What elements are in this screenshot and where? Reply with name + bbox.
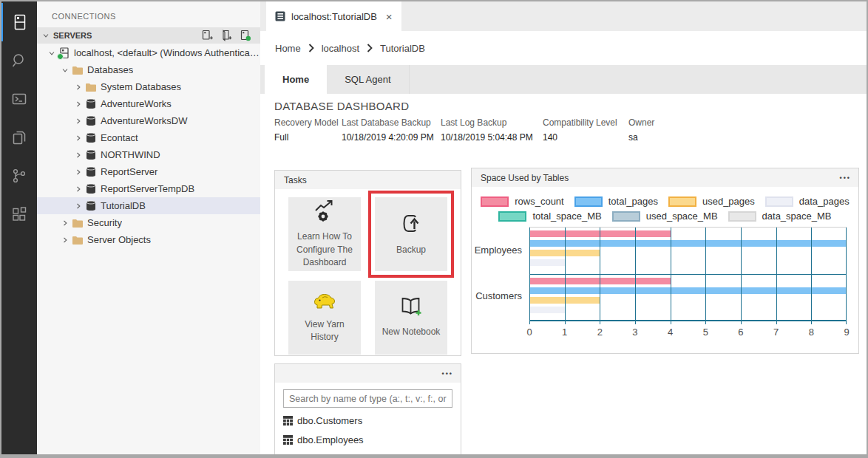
editor-tab-localhost-tutorialdb[interactable]: localhost:TutorialDB × — [266, 1, 401, 31]
notebooks-icon — [10, 129, 28, 146]
tree-item-localhost-default-windows-authentication[interactable]: localhost, <default> (Windows Authentica… — [37, 44, 260, 61]
legend-item-used_pages: used_pages — [668, 196, 755, 207]
chevron-right-icon — [72, 166, 84, 178]
chart-plot-wrap: 0123456789 — [529, 227, 847, 339]
servers-section-header[interactable]: SERVERS — [37, 27, 260, 44]
tree-item-label: Databases — [87, 64, 133, 75]
activity-item-terminal[interactable] — [1, 80, 37, 118]
legend-row: rows_counttotal_pagesused_pagesdata_page… — [475, 196, 855, 207]
tick-mark — [776, 321, 777, 324]
object-name: dbo.Employees — [297, 434, 364, 445]
legend-label: data_pages — [799, 196, 850, 207]
legend-swatch — [668, 196, 696, 207]
database-icon — [84, 149, 98, 161]
activity-item-notebooks[interactable] — [1, 118, 37, 157]
list-item-dbo-customers[interactable]: dbo.Customers — [283, 411, 452, 429]
tick-label: 0 — [526, 327, 532, 338]
tick-label: 9 — [844, 327, 849, 338]
chart-plot — [529, 227, 847, 321]
tree-item-adventureworksdw[interactable]: AdventureWorksDW — [37, 112, 260, 129]
gridline — [741, 228, 742, 320]
tick-label: 5 — [703, 327, 708, 338]
tasks-widget: Tasks Learn How To Configure The Dashboa… — [274, 170, 461, 356]
tree-item-northwind[interactable]: NORTHWIND — [37, 146, 260, 163]
property-label: Last Log Backup — [441, 117, 543, 128]
chevron-right-icon — [59, 217, 71, 229]
legend-item-data_space_MB: data_space_MB — [728, 211, 832, 222]
tree-item-databases[interactable]: Databases — [37, 61, 260, 78]
search-input[interactable] — [283, 389, 452, 408]
tick-label: 3 — [632, 327, 637, 338]
tick-mark — [600, 321, 600, 324]
backup-button[interactable]: Backup — [375, 197, 447, 271]
tasks-widget-title: Tasks — [284, 175, 453, 185]
tick-mark — [565, 321, 566, 324]
more-options-icon[interactable]: ••• — [840, 174, 851, 182]
chart-area: EmployeesCustomers 0123456789 — [472, 222, 858, 339]
breadcrumb-item-home[interactable]: Home — [275, 43, 301, 54]
gridline — [600, 228, 600, 320]
tree-item-reportserver[interactable]: ReportServer — [37, 163, 260, 180]
activity-item-connections[interactable] — [1, 3, 37, 41]
task-button-label: Learn How To Configure The Dashboard — [291, 230, 358, 269]
gridline — [776, 228, 777, 320]
activity-item-search[interactable] — [1, 41, 37, 80]
gridline — [705, 228, 706, 320]
database-icon — [84, 183, 98, 195]
database-icon — [84, 166, 98, 178]
tick-mark — [671, 321, 671, 324]
view-yarn-history-button[interactable]: View Yarn History — [288, 281, 361, 355]
legend-label: rows_count — [515, 196, 563, 207]
gridline — [635, 228, 636, 320]
tree-item-tutorialdb[interactable]: TutorialDB — [37, 197, 260, 214]
tree-item-reportservertempdb[interactable]: ReportServerTempDB — [37, 180, 260, 197]
source-control-icon — [10, 167, 28, 185]
database-icon — [84, 200, 98, 212]
chevron-right-icon — [72, 81, 84, 93]
list-item-dbo-employees[interactable]: dbo.Employees — [283, 431, 452, 448]
tree-item-adventureworks[interactable]: AdventureWorks — [37, 95, 260, 112]
terminal-icon — [10, 90, 28, 108]
tree-item-system-databases[interactable]: System Databases — [37, 78, 260, 95]
new-notebook-button[interactable]: New Notebook — [375, 281, 447, 355]
tick-mark — [741, 321, 742, 324]
learn-how-to-configure-the-dashboard-button[interactable]: Learn How To Configure The Dashboard — [288, 197, 361, 271]
tick-label: 6 — [738, 327, 743, 338]
sidebar-title: CONNECTIONS — [37, 1, 260, 27]
tick-label: 1 — [562, 327, 567, 338]
tree-item-econtact[interactable]: Econtact — [37, 129, 260, 146]
object-list: dbo.Customersdbo.Employees — [283, 410, 452, 448]
activity-item-extensions[interactable] — [1, 195, 37, 233]
more-options-icon[interactable]: ••• — [442, 370, 453, 377]
object-search-widget: ••• dbo.Customersdbo.Employees — [274, 363, 461, 454]
gridline — [565, 228, 566, 320]
connections-sidebar: CONNECTIONS SERVERS localhost, <default>… — [37, 1, 260, 454]
breadcrumb-item-localhost[interactable]: localhost — [322, 43, 359, 54]
chevron-down-icon — [46, 47, 58, 59]
tab-home[interactable]: Home — [265, 65, 327, 94]
chevron-down-icon — [59, 64, 71, 76]
database-icon — [84, 132, 98, 144]
legend-label: total_space_MB — [532, 211, 601, 222]
activity-item-source-control[interactable] — [1, 157, 37, 195]
new-server-group-icon[interactable] — [220, 30, 232, 41]
task-button-label: Backup — [396, 244, 426, 256]
chevron-right-icon — [72, 132, 84, 144]
tree-item-security[interactable]: Security — [37, 214, 260, 231]
object-search-widget-header: ••• — [275, 364, 461, 383]
new-connection-icon[interactable] — [201, 30, 213, 41]
close-icon[interactable]: × — [386, 11, 393, 22]
tick-label: 7 — [773, 327, 779, 338]
table-icon — [283, 416, 293, 425]
configure-dashboard-icon — [312, 199, 337, 227]
object-name: dbo.Customers — [297, 415, 362, 426]
dashboard-properties: Recovery ModelFullLast Database Backup10… — [274, 117, 867, 143]
tab-sql-agent[interactable]: SQL Agent — [327, 65, 409, 94]
breadcrumb-item-tutorialdb[interactable]: TutorialDB — [380, 43, 425, 54]
chart-group-employees — [529, 228, 847, 274]
tree-item-server-objects[interactable]: Server Objects — [37, 231, 260, 248]
tick-label: 2 — [597, 327, 603, 338]
tasks-grid: Learn How To Configure The DashboardBack… — [275, 189, 461, 356]
legend-swatch — [481, 196, 509, 207]
active-connections-icon[interactable] — [240, 30, 251, 41]
